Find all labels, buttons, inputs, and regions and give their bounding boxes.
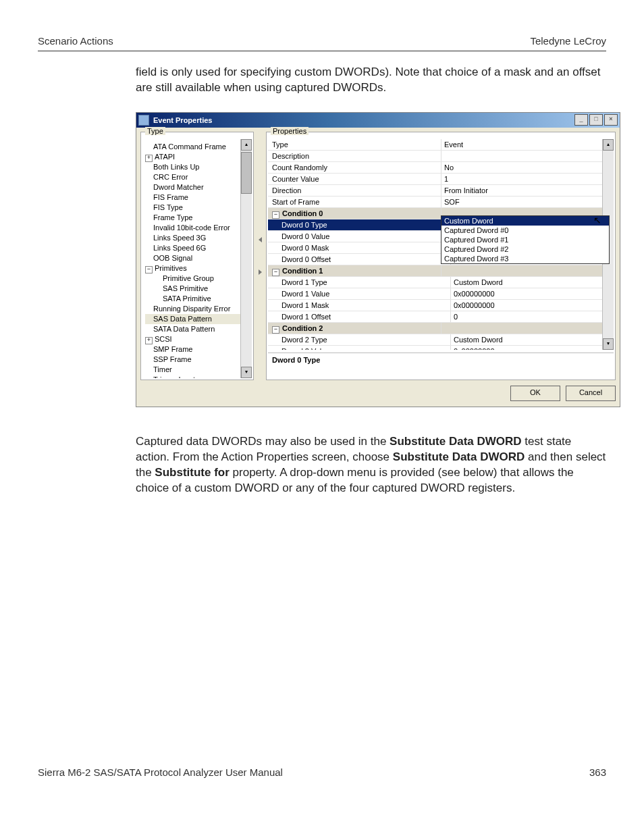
maximize-button[interactable]: □ xyxy=(589,114,603,126)
grid-key: Dword 1 Mask xyxy=(268,300,451,311)
grid-row[interactable]: Counter Value1 xyxy=(268,174,614,185)
scroll-up-icon[interactable]: ▴ xyxy=(603,139,614,151)
grid-key: Dword 0 Mask xyxy=(268,242,451,253)
grid-value[interactable] xyxy=(441,151,614,161)
tree-item[interactable]: FIS Frame xyxy=(145,192,252,203)
ok-button[interactable]: OK xyxy=(510,386,560,401)
splitter-left-icon xyxy=(259,237,262,242)
grid-group-header[interactable]: −Condition 2 xyxy=(268,323,614,334)
tree-item[interactable]: Frame Type xyxy=(145,213,252,223)
grid-value[interactable]: Custom Dword xyxy=(451,334,614,345)
header-rule xyxy=(38,51,606,51)
grid-value[interactable]: SOF xyxy=(441,197,614,207)
type-panel-label: Type xyxy=(145,127,165,135)
help-hint: Dword 0 Type xyxy=(268,353,614,372)
tree-expand-icon[interactable]: + xyxy=(145,155,153,162)
grid-key: Dword 0 Offset xyxy=(268,254,451,265)
tree-expand-icon[interactable]: + xyxy=(145,337,153,344)
tree-item[interactable]: SMP Frame xyxy=(145,344,252,355)
grid-row[interactable]: Dword 1 Value0x00000000 xyxy=(268,288,614,300)
paragraph-1: field is only used for specifying custom… xyxy=(136,65,606,96)
tree-item[interactable]: SSP Frame xyxy=(145,355,252,365)
tree-item[interactable]: Invalid 10bit-code Error xyxy=(145,223,252,233)
tree-item[interactable]: SATA Data Pattern xyxy=(145,324,252,334)
scroll-down-icon[interactable]: ▾ xyxy=(603,338,614,350)
tree-item[interactable]: Trigger Input xyxy=(145,375,252,378)
type-panel: Type ATA Command Frame+ATAPIBoth Links U… xyxy=(140,132,254,380)
tree-item[interactable]: Timer xyxy=(145,365,252,375)
scroll-down-icon[interactable]: ▾ xyxy=(241,367,252,378)
grid-group-header[interactable]: −Condition 1 xyxy=(268,265,614,277)
minimize-button[interactable]: _ xyxy=(574,114,588,126)
grid-value[interactable]: 1 xyxy=(441,174,614,184)
tree-item[interactable]: ATA Command Frame xyxy=(145,142,252,152)
grid-row[interactable]: DirectionFrom Initiator xyxy=(268,185,614,197)
tree-item[interactable]: FIS Type xyxy=(145,203,252,213)
collapse-icon[interactable]: − xyxy=(272,326,279,334)
grid-row[interactable]: Dword 2 TypeCustom Dword xyxy=(268,334,614,346)
cursor-icon: ↖ xyxy=(593,215,601,226)
paragraph-2: Captured data DWORDs may also be used in… xyxy=(136,434,606,496)
grid-key: Start of Frame xyxy=(268,197,441,207)
grid-value[interactable]: 0x00000000 xyxy=(451,300,614,311)
close-button[interactable]: × xyxy=(604,114,618,126)
grid-row[interactable]: Description xyxy=(268,151,614,162)
grid-row[interactable]: Dword 1 Mask0x00000000 xyxy=(268,300,614,311)
grid-value[interactable]: From Initiator xyxy=(441,185,614,196)
properties-panel-label: Properties xyxy=(271,127,308,135)
tree-item[interactable]: −Primitives xyxy=(145,263,252,273)
splitter[interactable] xyxy=(258,132,262,380)
tree-item[interactable]: Links Speed 3G xyxy=(145,233,252,243)
grid-value[interactable]: 0x00000000 xyxy=(451,288,614,299)
grid-value[interactable]: No xyxy=(441,162,614,173)
scroll-thumb[interactable] xyxy=(241,152,252,194)
grid-key: Counter Value xyxy=(268,174,441,184)
grid-value[interactable]: Event xyxy=(441,139,614,150)
dropdown-option[interactable]: Captured Dword #0 xyxy=(441,226,609,235)
grid-key: Description xyxy=(268,151,441,161)
grid-row[interactable]: Count RandomlyNo xyxy=(268,162,614,174)
titlebar[interactable]: Event Properties _ □ × xyxy=(136,113,620,128)
tree-item[interactable]: +SCSI xyxy=(145,334,252,344)
grid-row[interactable]: TypeEvent xyxy=(268,139,614,151)
tree-item[interactable]: SAS Data Pattern xyxy=(145,314,252,324)
type-tree[interactable]: ATA Command Frame+ATAPIBoth Links UpCRC … xyxy=(142,139,252,378)
grid-row[interactable]: Dword 2 Value0x00000000 xyxy=(268,346,614,350)
splitter-right-icon xyxy=(259,269,262,275)
tree-item[interactable]: SATA Primitive xyxy=(145,294,252,304)
grid-row[interactable]: Dword 1 TypeCustom Dword xyxy=(268,277,614,288)
scroll-up-icon[interactable]: ▴ xyxy=(241,139,252,151)
collapse-icon[interactable]: − xyxy=(272,269,279,276)
tree-item[interactable]: Running Disparity Error xyxy=(145,304,252,314)
properties-grid[interactable]: TypeEventDescriptionCount RandomlyNoCoun… xyxy=(268,139,614,350)
tree-item[interactable]: CRC Error xyxy=(145,172,252,182)
dword-type-dropdown[interactable]: Custom DwordCaptured Dword #0Captured Dw… xyxy=(441,215,610,264)
footer-page: 363 xyxy=(589,766,606,778)
tree-expand-icon[interactable]: − xyxy=(145,266,153,273)
footer-left: Sierra M6-2 SAS/SATA Protocol Analyzer U… xyxy=(38,766,283,778)
grid-key: Dword 0 Type xyxy=(268,219,451,230)
event-properties-dialog: Event Properties _ □ × Type ATA Command … xyxy=(136,112,620,407)
tree-item[interactable]: Both Links Up xyxy=(145,162,252,172)
header-left: Scenario Actions xyxy=(38,35,113,47)
grid-value[interactable]: Custom Dword xyxy=(451,277,614,288)
grid-row[interactable]: Start of FrameSOF xyxy=(268,197,614,208)
dropdown-option[interactable]: Captured Dword #3 xyxy=(441,254,609,263)
tree-item[interactable]: Links Speed 6G xyxy=(145,243,252,253)
dropdown-option[interactable]: Custom Dword xyxy=(441,216,609,226)
grid-row[interactable]: Dword 1 Offset0 xyxy=(268,311,614,323)
tree-scrollbar[interactable]: ▴ ▾ xyxy=(240,139,252,378)
tree-item[interactable]: Dword Matcher xyxy=(145,182,252,192)
grid-key: Dword 1 Offset xyxy=(268,311,451,322)
cancel-button[interactable]: Cancel xyxy=(566,386,616,401)
grid-value[interactable]: 0x00000000 xyxy=(451,346,614,350)
tree-item[interactable]: OOB Signal xyxy=(145,253,252,263)
tree-item[interactable]: +ATAPI xyxy=(145,152,252,162)
dropdown-option[interactable]: Captured Dword #2 xyxy=(441,244,609,254)
tree-item[interactable]: Primitive Group xyxy=(145,273,252,284)
grid-key: Dword 0 Value xyxy=(268,231,451,242)
grid-value[interactable]: 0 xyxy=(451,311,614,322)
dropdown-option[interactable]: Captured Dword #1 xyxy=(441,235,609,244)
tree-item[interactable]: SAS Primitive xyxy=(145,284,252,294)
collapse-icon[interactable]: − xyxy=(272,211,279,219)
